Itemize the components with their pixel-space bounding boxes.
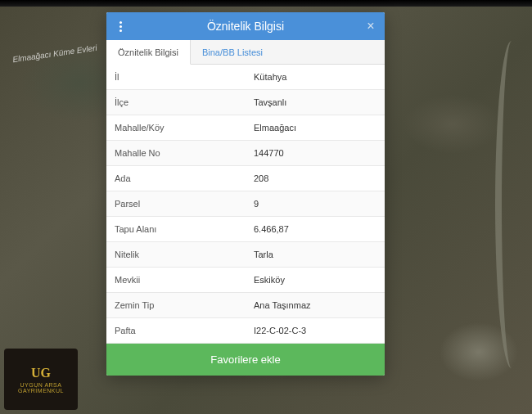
row-label: İlçe — [106, 92, 246, 113]
row-label: Nitelik — [106, 244, 246, 265]
table-row: İlçe Tavşanlı — [106, 90, 385, 115]
row-value: Ana Taşınmaz — [246, 295, 385, 316]
table-row: Pafta I22-C-02-C-3 — [106, 318, 385, 344]
table-row: Mahalle No 144770 — [106, 141, 385, 166]
row-value: I22-C-02-C-3 — [246, 320, 385, 341]
table-row: Zemin Tip Ana Taşınmaz — [106, 293, 385, 318]
logo-line1: UYGUN ARSA — [20, 382, 62, 388]
row-value: Tarla — [246, 244, 385, 265]
row-value: Kütahya — [246, 66, 385, 88]
row-value: 144770 — [246, 142, 385, 164]
row-label: Mevkii — [106, 269, 246, 290]
tab-building-list[interactable]: Bina/BB Listesi — [191, 40, 274, 64]
row-label: İl — [106, 66, 246, 88]
row-label: Ada — [106, 168, 246, 189]
row-label: Parsel — [106, 193, 246, 214]
dialog-tabs: Öznitelik Bilgisi Bina/BB Listesi — [106, 40, 385, 65]
add-favorite-button[interactable]: Favorilere ekle — [106, 344, 385, 376]
table-row: İl Kütahya — [106, 65, 385, 90]
row-label: Tapu Alanı — [106, 218, 246, 240]
row-label: Pafta — [106, 320, 246, 341]
map-road — [495, 41, 528, 368]
table-row: Mevkii Eskiköy — [106, 268, 385, 293]
top-bar — [0, 0, 532, 7]
table-row: Ada 208 — [106, 166, 385, 191]
row-label: Mahalle/Köy — [106, 117, 246, 138]
row-value: 208 — [246, 168, 385, 189]
row-value: 9 — [246, 193, 385, 214]
row-value: Eskiköy — [246, 269, 385, 290]
table-row: Nitelik Tarla — [106, 242, 385, 268]
row-label: Zemin Tip — [106, 295, 246, 316]
row-value: 6.466,87 — [246, 218, 385, 240]
menu-icon[interactable] — [106, 12, 134, 40]
logo-line2: GAYRİMENKUL — [18, 388, 64, 394]
dialog-title: Öznitelik Bilgisi — [134, 20, 357, 33]
logo-initials: UG — [31, 366, 51, 380]
close-icon[interactable]: × — [357, 12, 385, 40]
table-row: Parsel 9 — [106, 191, 385, 217]
attribute-dialog: Öznitelik Bilgisi × Öznitelik Bilgisi Bi… — [106, 12, 385, 376]
attribute-table: İl Kütahya İlçe Tavşanlı Mahalle/Köy Elm… — [106, 65, 385, 344]
row-value: Tavşanlı — [246, 92, 385, 113]
table-row: Tapu Alanı 6.466,87 — [106, 217, 385, 242]
company-logo: UG UYGUN ARSA GAYRİMENKUL — [4, 349, 78, 410]
table-row: Mahalle/Köy Elmaağacı — [106, 115, 385, 141]
row-label: Mahalle No — [106, 142, 246, 164]
tab-attributes[interactable]: Öznitelik Bilgisi — [106, 40, 191, 65]
row-value: Elmaağacı — [246, 117, 385, 138]
dialog-header: Öznitelik Bilgisi × — [106, 12, 385, 40]
